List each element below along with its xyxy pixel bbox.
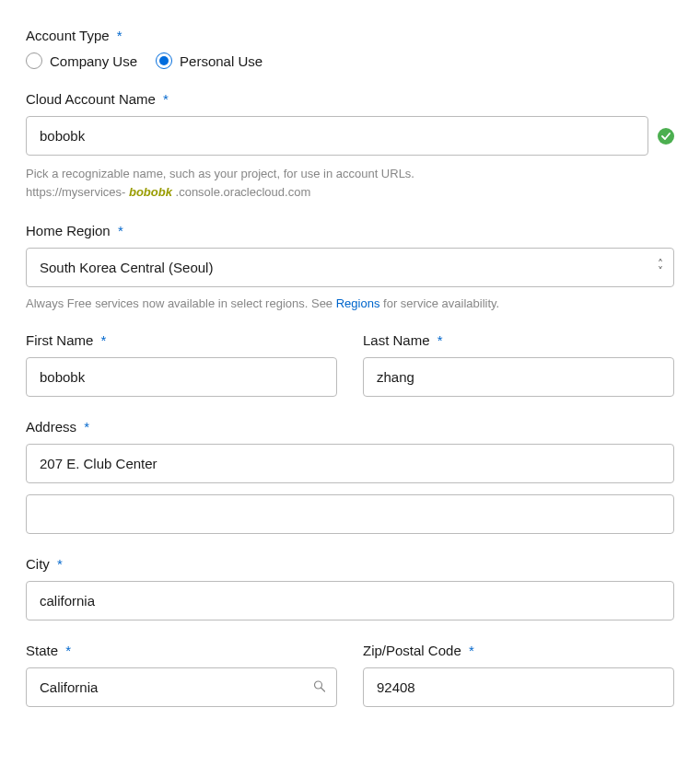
cloud-account-input-wrapper [26,116,674,156]
city-label: City * [26,556,674,572]
zip-input[interactable] [363,667,674,707]
required-asterisk: * [57,556,63,572]
address-label-text: Address [26,419,76,435]
home-region-label-text: Home Region [26,223,111,238]
radio-circle-icon [26,52,42,69]
state-input-wrapper [26,667,337,707]
last-name-label: Last Name * [363,332,674,348]
radio-circle-icon [156,52,172,69]
home-region-group: Home Region * South Korea Central (Seoul… [26,223,674,310]
cloud-account-label-text: Cloud Account Name [26,91,156,107]
account-type-label: Account Type * [26,28,674,43]
radio-inner-dot [159,56,169,65]
helper-bold-name: bobobk [129,185,172,199]
home-region-select[interactable]: South Korea Central (Seoul) [26,248,674,287]
zip-group: Zip/Postal Code * [363,643,674,707]
account-type-group: Account Type * Company Use Personal Use [26,28,674,69]
checkmark-icon [658,128,674,145]
regions-link[interactable]: Regions [336,296,380,310]
state-group: State * [26,643,337,707]
last-name-input[interactable] [363,357,674,397]
first-name-group: First Name * [26,332,337,397]
account-type-label-text: Account Type [26,28,110,43]
required-asterisk: * [438,332,443,348]
helper-line1: Pick a recognizable name, such as your p… [26,167,414,180]
address-group: Address * [26,419,674,534]
state-input[interactable] [26,667,337,707]
helper-url-prefix: https://myservices- [26,185,125,199]
cloud-account-input[interactable] [26,116,648,156]
last-name-group: Last Name * [363,332,674,397]
address-label: Address * [26,419,674,435]
required-asterisk: * [84,419,89,435]
helper-url-suffix: .console.oraclecloud.com [176,185,311,199]
region-helper-suffix: for service availability. [379,296,499,310]
radio-personal-label: Personal Use [180,53,262,69]
first-name-label-text: First Name [26,332,93,348]
state-label-text: State [26,643,58,658]
required-asterisk: * [469,643,474,658]
cloud-account-group: Cloud Account Name * Pick a recognizable… [26,91,674,201]
first-name-label: First Name * [26,332,337,348]
radio-personal-use[interactable]: Personal Use [156,52,262,69]
zip-label: Zip/Postal Code * [363,643,674,658]
required-asterisk: * [163,91,169,107]
required-asterisk: * [117,28,122,43]
city-label-text: City [26,556,50,572]
radio-company-label: Company Use [50,53,137,69]
state-label: State * [26,643,337,658]
home-region-label: Home Region * [26,223,674,238]
zip-label-text: Zip/Postal Code [363,643,461,658]
state-zip-row: State * Zip/Postal Code * [26,643,674,729]
name-row: First Name * Last Name * [26,332,674,419]
radio-company-use[interactable]: Company Use [26,52,137,69]
city-input[interactable] [26,581,674,620]
home-region-select-wrapper: South Korea Central (Seoul) ˄ ˅ [26,248,674,287]
required-asterisk: * [65,643,71,658]
required-asterisk: * [118,223,123,238]
last-name-label-text: Last Name [363,332,430,348]
first-name-input[interactable] [26,357,337,397]
region-helper-prefix: Always Free services now available in se… [26,296,336,310]
address-line2-input[interactable] [26,494,674,534]
city-group: City * [26,556,674,620]
cloud-account-label: Cloud Account Name * [26,91,674,107]
account-type-radio-group: Company Use Personal Use [26,52,674,69]
address-line1-input[interactable] [26,444,674,483]
cloud-account-helper: Pick a recognizable name, such as your p… [26,165,674,201]
home-region-helper: Always Free services now available in se… [26,296,674,310]
required-asterisk: * [101,332,107,348]
